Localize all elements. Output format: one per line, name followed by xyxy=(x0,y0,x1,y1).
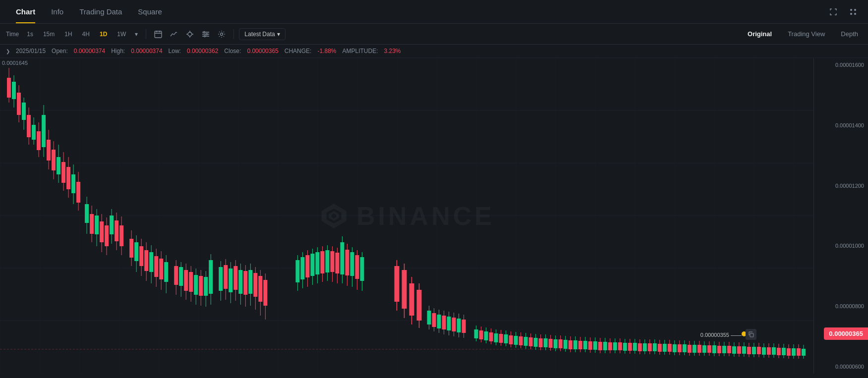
view-depth[interactable]: Depth xyxy=(837,28,862,40)
svg-rect-300 xyxy=(792,348,796,356)
svg-rect-156 xyxy=(427,311,431,324)
svg-rect-274 xyxy=(727,346,731,353)
svg-rect-142 xyxy=(350,252,354,276)
svg-rect-305 xyxy=(750,333,753,337)
svg-rect-136 xyxy=(335,253,339,273)
svg-point-1 xyxy=(854,9,856,11)
svg-rect-172 xyxy=(474,329,478,338)
change-label: CHANGE: xyxy=(285,48,312,54)
interval-1w[interactable]: 1W xyxy=(113,29,130,40)
svg-rect-288 xyxy=(762,347,766,355)
svg-rect-82 xyxy=(164,262,168,282)
svg-rect-228 xyxy=(613,342,617,350)
interval-15m[interactable]: 15m xyxy=(39,29,58,40)
svg-rect-162 xyxy=(442,316,446,329)
svg-rect-270 xyxy=(717,346,721,353)
svg-rect-148 xyxy=(394,266,399,302)
svg-rect-90 xyxy=(189,272,193,292)
crosshair-icon[interactable] xyxy=(183,27,197,41)
svg-point-3 xyxy=(854,13,856,15)
svg-rect-286 xyxy=(757,347,761,354)
price-label-6: 0.00000600 xyxy=(818,364,864,370)
interval-1s[interactable]: 1s xyxy=(23,29,37,40)
svg-rect-278 xyxy=(737,346,741,354)
gear-icon[interactable] xyxy=(215,27,229,41)
svg-rect-190 xyxy=(519,336,523,345)
svg-rect-196 xyxy=(534,338,538,347)
chart-main[interactable]: BINANCE 0.0001645 xyxy=(0,58,813,374)
svg-rect-22 xyxy=(7,78,11,98)
tab-info[interactable]: Info xyxy=(43,0,71,23)
view-original[interactable]: Original xyxy=(744,28,776,40)
tab-trading-data[interactable]: Trading Data xyxy=(71,0,130,23)
svg-rect-290 xyxy=(767,347,771,355)
amplitude-label: AMPLITUDE: xyxy=(343,48,378,54)
interval-1d[interactable]: 1D xyxy=(96,29,111,40)
layout-icon[interactable] xyxy=(846,5,860,19)
svg-rect-254 xyxy=(678,344,682,352)
svg-rect-116 xyxy=(258,276,262,302)
open-value: 0.00000374 xyxy=(74,48,105,54)
svg-rect-96 xyxy=(204,277,208,296)
svg-rect-14 xyxy=(0,58,813,374)
svg-rect-118 xyxy=(263,280,267,306)
svg-rect-232 xyxy=(623,343,627,351)
svg-rect-188 xyxy=(514,336,518,345)
toolbar: Time 1s 15m 1H 4H 1D 1W ▾ xyxy=(0,24,868,45)
candlestick-chart[interactable] xyxy=(0,58,813,374)
latest-data-button[interactable]: Latest Data ▾ xyxy=(239,28,285,40)
copy-price-button[interactable] xyxy=(746,329,756,340)
svg-rect-120 xyxy=(295,260,299,282)
settings-bar-icon[interactable] xyxy=(199,27,213,41)
svg-rect-282 xyxy=(747,347,751,354)
high-label: High: xyxy=(111,48,125,54)
svg-rect-184 xyxy=(504,334,508,343)
svg-rect-124 xyxy=(305,255,309,277)
change-value: -1.88% xyxy=(317,48,336,54)
svg-rect-78 xyxy=(154,256,158,277)
current-price-badge[interactable]: 0.00000365 xyxy=(824,327,868,340)
svg-rect-4 xyxy=(155,31,162,38)
svg-rect-272 xyxy=(722,346,726,353)
svg-rect-128 xyxy=(315,252,319,274)
svg-rect-202 xyxy=(549,339,553,348)
view-trading-view[interactable]: Trading View xyxy=(784,28,829,40)
price-axis: 0.00001600 0.00001400 0.00001200 0.00001… xyxy=(813,58,868,374)
interval-dropdown[interactable]: ▾ xyxy=(132,29,141,40)
svg-rect-224 xyxy=(603,342,607,350)
svg-rect-198 xyxy=(539,338,543,347)
svg-rect-214 xyxy=(579,341,582,349)
svg-rect-208 xyxy=(564,340,568,349)
svg-rect-218 xyxy=(588,341,592,350)
tab-square[interactable]: Square xyxy=(130,0,170,23)
svg-point-9 xyxy=(221,33,223,35)
svg-rect-200 xyxy=(544,338,548,347)
current-price-value: 0.00000365 xyxy=(829,330,863,337)
svg-rect-46 xyxy=(66,167,70,189)
svg-rect-122 xyxy=(300,257,304,279)
svg-rect-186 xyxy=(509,335,513,344)
svg-rect-28 xyxy=(22,103,26,120)
svg-rect-252 xyxy=(673,344,677,352)
interval-4h[interactable]: 4H xyxy=(78,29,94,40)
calendar-icon[interactable] xyxy=(151,27,165,41)
interval-1h[interactable]: 1H xyxy=(60,29,76,40)
chart-date: 2025/01/15 xyxy=(16,48,46,54)
tab-chart[interactable]: Chart xyxy=(8,0,43,23)
expand-icon[interactable] xyxy=(826,5,840,19)
svg-rect-134 xyxy=(330,251,334,272)
svg-rect-106 xyxy=(233,266,237,290)
svg-rect-126 xyxy=(310,254,314,276)
svg-rect-38 xyxy=(47,140,51,161)
line-chart-icon[interactable] xyxy=(167,27,181,41)
chart-info-bar: ❯ 2025/01/15 Open: 0.00000374 High: 0.00… xyxy=(0,45,868,58)
price-label-2: 0.00001400 xyxy=(818,122,864,128)
svg-rect-178 xyxy=(489,332,493,341)
header-right-icons xyxy=(826,5,860,19)
svg-rect-26 xyxy=(17,93,21,115)
svg-rect-206 xyxy=(559,339,563,348)
info-toggle[interactable]: ❯ xyxy=(6,49,10,54)
svg-rect-146 xyxy=(360,257,364,281)
price-label-5: 0.00000800 xyxy=(818,303,864,309)
top-price-label: 0.0001645 xyxy=(2,60,28,66)
